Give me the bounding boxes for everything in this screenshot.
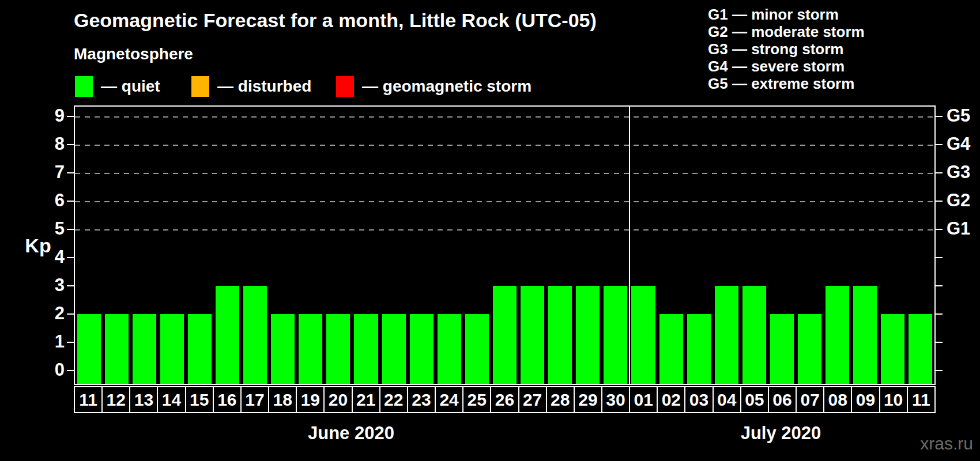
kp-bar-day-26 (493, 286, 517, 384)
kp-bar-day-20 (326, 314, 350, 384)
day-cell-08: 08 (823, 386, 852, 413)
magnetosphere-legend-title: Magnetosphere (74, 45, 193, 63)
kp-tick-label-3: 3 (35, 275, 65, 296)
g-axis-label-g2: G2 (947, 190, 970, 211)
kp-bar-day-28 (548, 286, 572, 384)
gridline-kp-9 (75, 116, 934, 118)
kp-bar-day-03 (687, 314, 711, 384)
storm-scale-line-g2: G2 — moderate storm (708, 23, 865, 40)
kp-bar-day-04 (715, 286, 738, 384)
day-cell-28: 28 (546, 386, 575, 413)
kp-bar-day-24 (438, 314, 461, 384)
kp-bar-day-05 (742, 286, 766, 384)
kp-tick-label-1: 1 (35, 331, 65, 352)
day-cell-07: 07 (796, 386, 824, 413)
kp-bar-day-22 (382, 314, 406, 384)
kp-tick-right-9 (935, 116, 943, 117)
storm-scale-line-g5: G5 — extreme storm (708, 75, 865, 92)
geomagnetic-forecast-chart: Geomagnetic Forecast for a month, Little… (0, 0, 980, 461)
day-cell-04: 04 (713, 386, 741, 413)
day-cell-16: 16 (213, 386, 242, 413)
day-cell-02: 02 (657, 386, 685, 413)
quiet-color-swatch (75, 76, 93, 97)
disturbed-color-swatch (191, 76, 209, 97)
legend-item-disturbed: — disturbed (191, 75, 311, 97)
day-cell-13: 13 (129, 386, 158, 413)
day-cell-15: 15 (185, 386, 214, 413)
kp-bar-day-11 (909, 314, 932, 384)
kp-tick-left-5 (67, 229, 74, 230)
kp-bar-day-06 (770, 314, 794, 384)
kp-bar-day-15 (188, 314, 212, 384)
g-axis-label-g1: G1 (947, 218, 970, 239)
day-cell-23: 23 (407, 386, 436, 413)
month-label-1: July 2020 (741, 423, 821, 444)
chart-title: Geomagnetic Forecast for a month, Little… (74, 9, 597, 32)
y-axis-label: Kp (16, 235, 60, 257)
legend-item-label: — geomagnetic storm (362, 77, 532, 96)
legend-item-geomagnetic-storm: — geomagnetic storm (336, 75, 532, 97)
day-cell-29: 29 (574, 386, 602, 413)
kp-bar-day-30 (604, 286, 627, 384)
day-cell-09: 09 (851, 386, 880, 413)
kp-tick-left-8 (67, 144, 74, 145)
kp-bar-day-07 (798, 314, 821, 384)
kp-tick-left-4 (67, 257, 74, 258)
kp-bar-day-11 (77, 314, 101, 384)
kp-bar-day-25 (465, 314, 489, 384)
kp-bar-day-02 (659, 314, 683, 384)
month-separator-line (629, 107, 630, 384)
day-cell-06: 06 (768, 386, 797, 413)
day-cell-21: 21 (352, 386, 380, 413)
kp-bar-day-18 (271, 314, 295, 384)
kp-tick-label-9: 9 (35, 105, 65, 126)
kp-tick-left-9 (67, 116, 74, 117)
kp-tick-left-7 (67, 172, 74, 173)
kp-tick-left-0 (67, 370, 74, 371)
geomagnetic-storm-color-swatch (336, 76, 354, 97)
kp-bar-day-13 (133, 314, 156, 384)
day-cell-24: 24 (435, 386, 463, 413)
kp-tick-right-8 (935, 144, 943, 145)
day-cell-11: 11 (74, 386, 103, 413)
storm-scale-line-g4: G4 — severe storm (708, 58, 865, 75)
day-cell-27: 27 (518, 386, 547, 413)
kp-bar-day-27 (521, 286, 544, 384)
day-cell-12: 12 (101, 386, 130, 413)
kp-bar-day-16 (216, 286, 239, 384)
g-axis-label-g5: G5 (947, 105, 970, 126)
kp-bar-day-08 (826, 286, 849, 384)
kp-tick-right-2 (935, 313, 943, 315)
legend-item-label: — quiet (101, 77, 160, 96)
day-cell-22: 22 (379, 386, 408, 413)
kp-tick-left-1 (67, 342, 74, 343)
day-cell-25: 25 (462, 386, 491, 413)
day-cell-14: 14 (157, 386, 186, 413)
kp-tick-label-2: 2 (35, 303, 65, 324)
kp-bar-day-23 (410, 314, 434, 384)
day-cell-17: 17 (240, 386, 269, 413)
kp-bar-day-17 (243, 286, 267, 384)
kp-bar-day-10 (881, 314, 904, 384)
kp-bar-day-01 (631, 286, 655, 384)
kp-tick-right-7 (935, 172, 943, 173)
storm-scale-line-g3: G3 — strong storm (708, 40, 865, 58)
legend-item-label: — disturbed (217, 77, 311, 96)
plot-area (74, 105, 936, 385)
gridline-kp-5 (75, 229, 934, 231)
kp-tick-right-0 (935, 370, 943, 371)
kp-bar-day-29 (576, 286, 600, 384)
kp-tick-right-6 (935, 201, 943, 202)
g-axis-label-g4: G4 (947, 134, 970, 154)
gridline-kp-6 (75, 201, 934, 202)
kp-tick-left-2 (67, 313, 74, 315)
kp-bar-day-09 (853, 286, 877, 384)
kp-tick-right-4 (935, 257, 943, 258)
kp-bar-day-21 (354, 314, 378, 384)
kp-tick-right-3 (935, 285, 943, 286)
kp-tick-right-5 (935, 229, 943, 230)
kp-bar-day-19 (299, 314, 322, 384)
day-cell-18: 18 (268, 386, 297, 413)
day-cell-26: 26 (490, 386, 519, 413)
day-cell-19: 19 (296, 386, 325, 413)
